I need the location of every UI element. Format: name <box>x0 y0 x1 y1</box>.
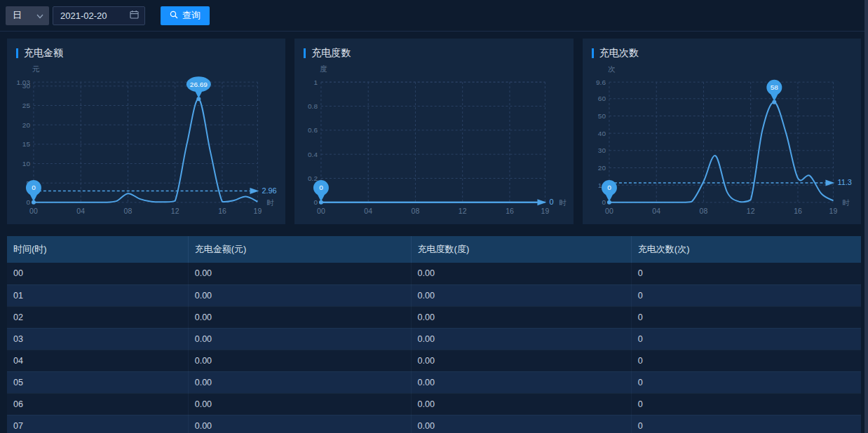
table-row: 070.000.000 <box>7 415 861 433</box>
table-cell: 0 <box>631 393 861 415</box>
table-cell: 0.00 <box>188 328 411 350</box>
table-cell: 0.00 <box>188 284 411 306</box>
svg-text:20: 20 <box>598 164 606 172</box>
svg-text:20: 20 <box>22 121 31 129</box>
svg-text:08: 08 <box>124 207 133 215</box>
table-cell: 0.00 <box>411 350 631 371</box>
table-cell: 01 <box>7 284 188 306</box>
table-cell: 02 <box>7 306 188 328</box>
panel-title-text: 充电金额 <box>24 47 63 60</box>
svg-text:10: 10 <box>22 160 31 167</box>
search-button[interactable]: 查询 <box>161 6 210 25</box>
search-icon <box>170 11 178 21</box>
svg-text:时: 时 <box>842 199 850 207</box>
svg-text:40: 40 <box>598 130 606 137</box>
table-row: 060.000.000 <box>7 393 861 415</box>
svg-text:16: 16 <box>506 207 514 215</box>
title-accent-bar <box>16 48 18 58</box>
panel-charge-count: 充电次数 次9.6010203040506000040812161911.3时0… <box>583 39 861 224</box>
table-cell: 0.00 <box>411 263 631 284</box>
line-chart: 度00.20.40.60.810004081216190时0 <box>294 62 573 224</box>
panel-title: 充电金额 <box>7 47 285 60</box>
date-input[interactable]: 2021-02-20 <box>53 6 145 25</box>
table-cell: 0 <box>631 415 861 433</box>
svg-text:00: 00 <box>605 207 613 215</box>
column-header: 充电度数(度) <box>411 236 631 263</box>
svg-text:19: 19 <box>829 207 837 215</box>
svg-text:30: 30 <box>22 82 31 90</box>
table-cell: 07 <box>7 415 188 433</box>
chart-charge-amount: 元1.030510152025300004081216192.96时026.69 <box>7 62 285 224</box>
table-cell: 04 <box>7 350 188 371</box>
table-cell: 0.00 <box>411 306 631 328</box>
svg-text:0: 0 <box>550 198 554 206</box>
svg-text:度: 度 <box>320 65 327 73</box>
svg-text:08: 08 <box>699 207 707 215</box>
svg-text:12: 12 <box>171 207 179 215</box>
table-cell: 0.00 <box>411 328 631 350</box>
line-chart: 元1.030510152025300004081216192.96时026.69 <box>7 62 285 224</box>
table-cell: 00 <box>7 263 188 284</box>
panel-title: 充电度数 <box>294 47 573 60</box>
table-cell: 0.00 <box>411 393 631 415</box>
svg-text:时: 时 <box>560 199 567 207</box>
table-cell: 0.00 <box>411 284 631 306</box>
table-cell: 0 <box>631 263 861 284</box>
charts-row: 充电金额 元1.030510152025300004081216192.96时0… <box>0 32 868 224</box>
table-row: 050.000.000 <box>7 371 861 393</box>
table-cell: 0 <box>631 371 861 393</box>
table-cell: 03 <box>7 328 188 350</box>
table-cell: 0.00 <box>188 306 411 328</box>
svg-text:04: 04 <box>365 207 373 215</box>
table-row: 040.000.000 <box>7 350 861 371</box>
svg-text:0: 0 <box>319 184 323 191</box>
svg-text:08: 08 <box>412 207 420 215</box>
panel-charge-energy: 充电度数 度00.20.40.60.810004081216190时0 <box>294 39 573 224</box>
table-row: 030.000.000 <box>7 328 861 350</box>
table-header-row: 时间(时)充电金额(元)充电度数(度)充电次数(次) <box>7 236 861 263</box>
table-cell: 05 <box>7 371 188 393</box>
vertical-scrollbar[interactable] <box>864 0 868 433</box>
svg-text:9.6: 9.6 <box>596 78 606 86</box>
svg-text:50: 50 <box>598 112 606 120</box>
data-table: 时间(时)充电金额(元)充电度数(度)充电次数(次) 000.000.00001… <box>7 236 861 433</box>
svg-text:04: 04 <box>76 207 85 215</box>
table-row: 020.000.000 <box>7 306 861 328</box>
table-cell: 0.00 <box>188 371 411 393</box>
table-cell: 0.00 <box>188 350 411 371</box>
svg-text:次: 次 <box>608 65 616 73</box>
period-select-value: 日 <box>13 9 22 22</box>
table-cell: 06 <box>7 393 188 415</box>
period-select[interactable]: 日 <box>6 6 49 25</box>
svg-text:11.3: 11.3 <box>837 178 852 186</box>
panel-title-text: 充电度数 <box>311 47 351 60</box>
svg-text:0.8: 0.8 <box>308 102 318 110</box>
panel-title: 充电次数 <box>583 47 861 60</box>
svg-text:0: 0 <box>607 184 611 191</box>
search-button-label: 查询 <box>182 9 201 22</box>
title-accent-bar <box>304 48 306 58</box>
calendar-icon <box>130 9 139 22</box>
table-cell: 0.00 <box>411 415 631 433</box>
svg-text:0.4: 0.4 <box>308 151 318 158</box>
svg-text:1: 1 <box>314 78 318 86</box>
svg-text:25: 25 <box>22 102 31 109</box>
table-row: 000.000.000 <box>7 263 861 284</box>
table-cell: 0 <box>631 328 861 350</box>
table-cell: 0 <box>631 350 861 371</box>
svg-text:60: 60 <box>598 95 606 102</box>
chevron-down-icon <box>36 9 43 22</box>
title-accent-bar <box>592 48 594 58</box>
column-header: 时间(时) <box>7 236 188 263</box>
chart-charge-count: 次9.6010203040506000040812161911.3时058 <box>583 62 861 224</box>
svg-text:0.6: 0.6 <box>308 126 318 134</box>
table-cell: 0.00 <box>411 371 631 393</box>
panel-title-text: 充电次数 <box>599 47 639 60</box>
chart-charge-energy: 度00.20.40.60.810004081216190时0 <box>294 62 573 224</box>
table-row: 010.000.000 <box>7 284 861 306</box>
svg-text:2.96: 2.96 <box>262 186 276 195</box>
svg-text:00: 00 <box>317 207 325 215</box>
line-chart: 次9.6010203040506000040812161911.3时058 <box>583 62 861 224</box>
svg-text:00: 00 <box>29 207 38 215</box>
svg-text:16: 16 <box>794 207 802 215</box>
